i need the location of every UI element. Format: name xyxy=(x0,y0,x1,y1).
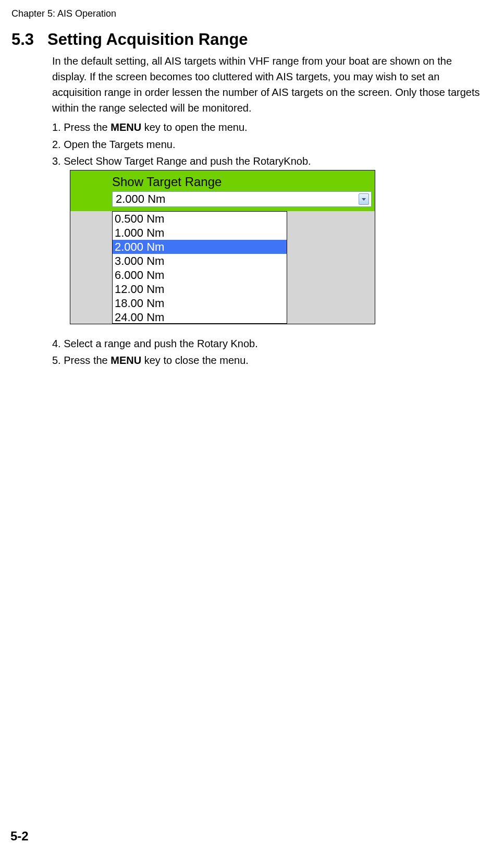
listbox-option-2[interactable]: 2.000 Nm xyxy=(113,240,287,254)
range-listbox[interactable]: 0.500 Nm 1.000 Nm 2.000 Nm 3.000 Nm 6.00… xyxy=(112,211,287,324)
section-heading: 5.3 Setting Acquisition Range xyxy=(11,30,248,49)
listbox-option-5[interactable]: 12.00 Nm xyxy=(113,282,287,296)
figure-show-target-range: Show Target Range 2.000 Nm 0.500 Nm 1.00… xyxy=(70,170,375,324)
section-number: 5.3 xyxy=(11,30,34,48)
intro-paragraph: In the default setting, all AIS targets … xyxy=(52,53,482,116)
listbox-option-6[interactable]: 18.00 Nm xyxy=(113,296,287,310)
page-number: 5-2 xyxy=(10,829,29,844)
figure-header-panel: Show Target Range 2.000 Nm xyxy=(70,170,375,211)
combobox-value: 2.000 Nm xyxy=(116,192,165,206)
figure-body-panel: 0.500 Nm 1.000 Nm 2.000 Nm 3.000 Nm 6.00… xyxy=(70,211,375,324)
step-1-key: MENU xyxy=(110,121,141,133)
combobox-dropdown-button[interactable] xyxy=(359,193,369,205)
chevron-down-icon xyxy=(362,198,366,201)
step-5-text-b: key to close the menu. xyxy=(141,355,249,366)
range-combobox[interactable]: 2.000 Nm xyxy=(112,191,372,207)
step-4: 4. Select a range and push the Rotary Kn… xyxy=(52,336,258,351)
step-1-text-a: 1. Press the xyxy=(52,121,110,133)
listbox-option-4[interactable]: 6.000 Nm xyxy=(113,268,287,282)
step-5: 5. Press the MENU key to close the menu. xyxy=(52,352,249,368)
step-1-text-b: key to open the menu. xyxy=(141,121,247,133)
step-5-key: MENU xyxy=(110,355,141,366)
step-2: 2. Open the Targets menu. xyxy=(52,137,175,152)
step-1: 1. Press the MENU key to open the menu. xyxy=(52,119,248,135)
section-title: Setting Acquisition Range xyxy=(47,30,248,48)
chapter-header: Chapter 5: AIS Operation xyxy=(11,8,116,19)
listbox-option-1[interactable]: 1.000 Nm xyxy=(113,226,287,240)
figure-title: Show Target Range xyxy=(112,175,222,189)
step-3: 3. Select Show Target Range and push the… xyxy=(52,153,311,169)
step-5-text-a: 5. Press the xyxy=(52,355,110,366)
listbox-option-3[interactable]: 3.000 Nm xyxy=(113,254,287,268)
listbox-option-0[interactable]: 0.500 Nm xyxy=(113,212,287,226)
listbox-option-7[interactable]: 24.00 Nm xyxy=(113,310,287,324)
